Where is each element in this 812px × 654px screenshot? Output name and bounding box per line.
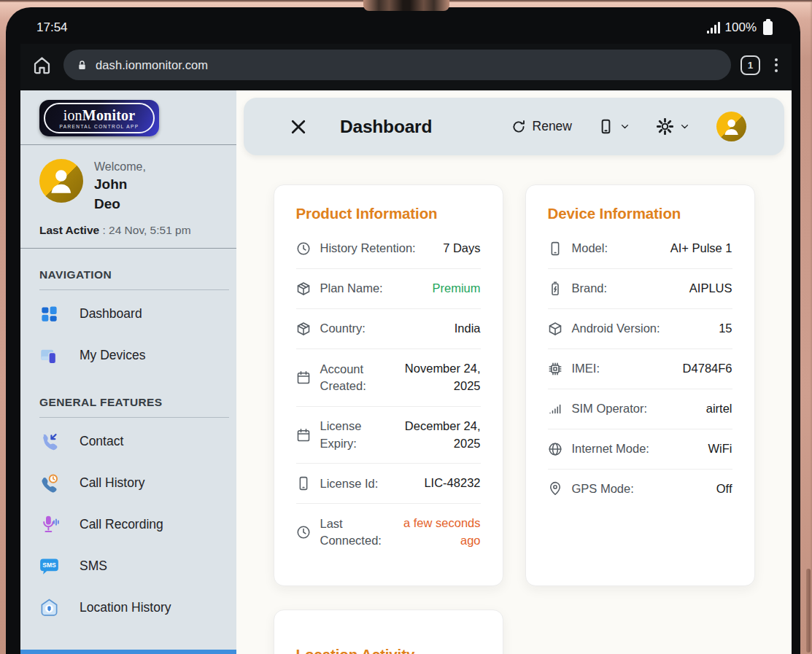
status-time: 17:54 xyxy=(36,20,68,35)
sidebar-item-sms[interactable]: SMS SMS xyxy=(20,545,236,587)
package-icon xyxy=(296,322,311,336)
home-button[interactable] xyxy=(29,52,54,77)
phone-icon xyxy=(548,241,562,256)
sidebar-item-label: SMS xyxy=(80,558,107,574)
last-active: Last Active : 24 Nov, 5:51 pm xyxy=(20,214,236,248)
card-title: Product Information xyxy=(296,205,481,222)
battery-icon xyxy=(548,281,562,296)
sidebar-item-call-history[interactable]: Call History xyxy=(20,462,236,504)
info-row: IMEI: D4784F6 xyxy=(548,349,732,389)
webview: ionMonitor PARENTAL CONTROL APP Welcome,… xyxy=(20,90,792,654)
device-screen: 17:54 100% dash.ionmonitor.com 1 io xyxy=(6,7,800,654)
divider xyxy=(39,289,229,290)
product-information-card: Product Information History Retention: 7… xyxy=(274,184,503,586)
section-title-general-features: GENERAL FEATURES xyxy=(20,376,236,409)
url-bar[interactable]: dash.ionmonitor.com xyxy=(63,50,731,80)
device-side-button xyxy=(806,569,811,653)
info-row: Account Created: November 24, 2025 xyxy=(296,349,481,407)
status-bar: 17:54 100% xyxy=(20,7,792,44)
close-icon[interactable] xyxy=(289,117,308,136)
info-row: Android Version: 15 xyxy=(548,309,732,349)
refresh-icon xyxy=(511,120,526,134)
chevron-down-icon xyxy=(619,121,630,132)
browser-menu-icon[interactable] xyxy=(770,58,783,72)
sidebar-item-dashboard[interactable]: Dashboard xyxy=(20,293,236,335)
user-avatar xyxy=(39,159,83,203)
clock-icon xyxy=(296,525,311,540)
sidebar-item-label: Call History xyxy=(80,475,144,491)
globe-icon xyxy=(548,442,562,456)
section-title-navigation: NAVIGATION xyxy=(20,249,236,281)
info-row: Internet Mode: WiFi xyxy=(548,429,732,470)
chevron-down-icon xyxy=(679,121,690,132)
chip-icon xyxy=(548,362,562,376)
location-activity-card: Location Activity xyxy=(274,610,503,654)
sms-icon: SMS xyxy=(39,556,59,576)
gear-icon xyxy=(657,118,673,135)
battery-percent: 100% xyxy=(725,20,757,35)
info-row: Last Connected: a few seconds ago xyxy=(296,504,481,561)
pin-icon xyxy=(548,481,562,496)
user-profile: Welcome, John Deo xyxy=(20,145,236,214)
greeting: Welcome, xyxy=(94,159,146,174)
devices-icon xyxy=(39,346,59,365)
user-first-name: John xyxy=(94,175,146,193)
phone-icon xyxy=(598,119,614,134)
device-hinge xyxy=(363,0,449,11)
calendar-icon xyxy=(296,370,311,385)
dashboard-icon xyxy=(39,304,59,324)
brand-logo[interactable]: ionMonitor PARENTAL CONTROL APP xyxy=(39,100,159,136)
sidebar-item-my-devices[interactable]: My Devices xyxy=(20,335,236,376)
info-row: Country: India xyxy=(296,309,481,349)
package-icon xyxy=(548,322,562,336)
sidebar-item-location-history[interactable]: Location History xyxy=(20,587,236,628)
brand-name: ionMonitor xyxy=(63,108,136,122)
sidebar-item-label: Contact xyxy=(80,434,123,449)
contact-icon xyxy=(39,432,59,451)
main-content: Dashboard Renew xyxy=(236,90,792,654)
lock-icon xyxy=(77,59,88,71)
device-selector-dropdown[interactable] xyxy=(598,119,630,134)
user-last-name: Deo xyxy=(94,195,146,213)
sidebar-item-label: Call Recording xyxy=(80,517,163,532)
info-row: License Id: LIC-48232 xyxy=(296,464,481,504)
signal-icon xyxy=(548,402,562,416)
account-avatar[interactable] xyxy=(716,112,746,141)
calendar-icon xyxy=(296,428,311,443)
url-text: dash.ionmonitor.com xyxy=(96,58,208,72)
divider xyxy=(39,417,229,418)
clock-icon xyxy=(296,241,311,256)
sidebar-item-call-recording[interactable]: Call Recording xyxy=(20,504,236,545)
info-row: Model: AI+ Pulse 1 xyxy=(548,229,732,269)
sidebar-item-label: My Devices xyxy=(80,348,145,363)
card-title: Location Activity xyxy=(296,646,481,654)
svg-text:SMS: SMS xyxy=(42,561,56,569)
sidebar-item-label: Location History xyxy=(80,600,171,615)
info-row: GPS Mode: Off xyxy=(548,470,732,509)
info-row: SIM Operator: airtel xyxy=(548,389,732,429)
settings-dropdown[interactable] xyxy=(657,118,690,135)
info-row: Brand: AIPLUS xyxy=(548,269,732,309)
card-title: Device Information xyxy=(548,205,732,222)
location-history-icon xyxy=(39,598,59,618)
phone-icon xyxy=(296,476,311,491)
tab-counter[interactable]: 1 xyxy=(741,55,760,75)
package-icon xyxy=(296,281,311,296)
sidebar-item-contact[interactable]: Contact xyxy=(20,421,236,462)
browser-toolbar: dash.ionmonitor.com 1 xyxy=(20,44,792,90)
call-recording-icon xyxy=(39,515,59,534)
call-history-icon xyxy=(39,473,59,493)
sidebar-bottom-strip xyxy=(20,650,236,654)
sidebar: ionMonitor PARENTAL CONTROL APP Welcome,… xyxy=(20,90,236,654)
device-information-card: Device Information Model: AI+ Pulse 1 Br… xyxy=(525,184,755,586)
brand-tagline: PARENTAL CONTROL APP xyxy=(60,125,139,130)
info-row: License Expiry: December 24, 2025 xyxy=(296,407,481,464)
page-title: Dashboard xyxy=(340,117,432,137)
battery-icon xyxy=(763,21,773,35)
info-row: History Retention: 7 Days xyxy=(296,229,481,269)
sidebar-item-label: Dashboard xyxy=(80,306,142,322)
dashboard-topbar: Dashboard Renew xyxy=(244,98,784,155)
info-row: Plan Name: Premium xyxy=(296,269,481,309)
renew-button[interactable]: Renew xyxy=(511,119,572,134)
signal-strength-icon xyxy=(707,22,720,34)
